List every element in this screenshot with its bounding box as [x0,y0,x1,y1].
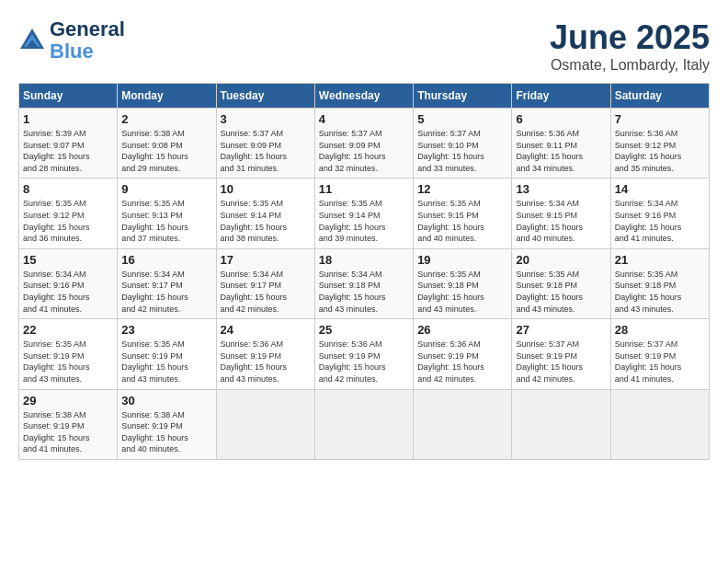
day-info: Sunrise: 5:38 AMSunset: 9:19 PMDaylight:… [121,409,211,455]
table-row: 14Sunrise: 5:34 AMSunset: 9:16 PMDayligh… [610,178,709,248]
calendar-title: June 2025 [550,18,710,57]
day-number: 14 [615,182,705,196]
day-info: Sunrise: 5:36 AMSunset: 9:19 PMDaylight:… [417,339,507,385]
header-friday: Friday [512,84,610,109]
day-info: Sunrise: 5:37 AMSunset: 9:19 PMDaylight:… [516,339,606,385]
table-row [314,389,413,459]
day-number: 30 [121,394,211,408]
day-number: 15 [23,253,113,267]
table-row: 24Sunrise: 5:36 AMSunset: 9:19 PMDayligh… [216,319,314,389]
calendar-week-row: 15Sunrise: 5:34 AMSunset: 9:16 PMDayligh… [19,248,710,318]
table-row: 27Sunrise: 5:37 AMSunset: 9:19 PMDayligh… [512,319,610,389]
title-area: June 2025 Osmate, Lombardy, Italy [550,18,710,74]
day-info: Sunrise: 5:36 AMSunset: 9:12 PMDaylight:… [615,128,705,174]
header-thursday: Thursday [414,84,512,109]
day-info: Sunrise: 5:38 AMSunset: 9:19 PMDaylight:… [23,409,113,455]
table-row: 11Sunrise: 5:35 AMSunset: 9:14 PMDayligh… [314,178,413,248]
day-info: Sunrise: 5:35 AMSunset: 9:12 PMDaylight:… [23,198,113,244]
logo-text: GeneralBlue [50,18,125,63]
day-number: 7 [615,112,705,126]
logo-icon [18,27,46,54]
table-row: 7Sunrise: 5:36 AMSunset: 9:12 PMDaylight… [610,109,709,178]
calendar-week-row: 1Sunrise: 5:39 AMSunset: 9:07 PMDaylight… [19,109,710,178]
table-row: 28Sunrise: 5:37 AMSunset: 9:19 PMDayligh… [610,319,709,389]
day-number: 18 [319,253,409,267]
day-info: Sunrise: 5:35 AMSunset: 9:13 PMDaylight:… [121,198,211,244]
day-number: 29 [23,394,113,408]
calendar-week-row: 29Sunrise: 5:38 AMSunset: 9:19 PMDayligh… [19,389,710,459]
day-number: 25 [319,323,409,337]
day-number: 23 [121,323,211,337]
table-row: 15Sunrise: 5:34 AMSunset: 9:16 PMDayligh… [19,248,118,318]
table-row: 4Sunrise: 5:37 AMSunset: 9:09 PMDaylight… [314,109,413,178]
day-number: 9 [121,182,211,196]
day-info: Sunrise: 5:36 AMSunset: 9:11 PMDaylight:… [516,128,606,174]
calendar-subtitle: Osmate, Lombardy, Italy [550,57,710,74]
table-row: 21Sunrise: 5:35 AMSunset: 9:18 PMDayligh… [610,248,709,318]
day-number: 17 [221,253,311,267]
table-row: 8Sunrise: 5:35 AMSunset: 9:12 PMDaylight… [19,178,118,248]
day-number: 27 [516,323,606,337]
day-info: Sunrise: 5:35 AMSunset: 9:18 PMDaylight:… [615,269,705,315]
table-row: 22Sunrise: 5:35 AMSunset: 9:19 PMDayligh… [19,319,118,389]
day-info: Sunrise: 5:37 AMSunset: 9:09 PMDaylight:… [319,128,409,174]
table-row [610,389,709,459]
day-number: 28 [615,323,705,337]
header-monday: Monday [118,84,216,109]
day-info: Sunrise: 5:35 AMSunset: 9:14 PMDaylight:… [221,198,311,244]
day-info: Sunrise: 5:38 AMSunset: 9:08 PMDaylight:… [121,128,211,174]
day-info: Sunrise: 5:34 AMSunset: 9:17 PMDaylight:… [121,269,211,315]
day-number: 20 [516,253,606,267]
day-info: Sunrise: 5:37 AMSunset: 9:10 PMDaylight:… [417,128,507,174]
day-info: Sunrise: 5:34 AMSunset: 9:17 PMDaylight:… [221,269,311,315]
day-info: Sunrise: 5:35 AMSunset: 9:19 PMDaylight:… [23,339,113,385]
table-row: 18Sunrise: 5:34 AMSunset: 9:18 PMDayligh… [314,248,413,318]
day-number: 4 [319,112,409,126]
day-number: 12 [417,182,507,196]
day-number: 8 [23,182,113,196]
day-number: 11 [319,182,409,196]
table-row: 17Sunrise: 5:34 AMSunset: 9:17 PMDayligh… [216,248,314,318]
day-number: 24 [221,323,311,337]
day-number: 13 [516,182,606,196]
day-number: 6 [516,112,606,126]
table-row: 13Sunrise: 5:34 AMSunset: 9:15 PMDayligh… [512,178,610,248]
day-info: Sunrise: 5:35 AMSunset: 9:19 PMDaylight:… [121,339,211,385]
day-info: Sunrise: 5:35 AMSunset: 9:18 PMDaylight:… [516,269,606,315]
table-row: 30Sunrise: 5:38 AMSunset: 9:19 PMDayligh… [118,389,216,459]
table-row: 16Sunrise: 5:34 AMSunset: 9:17 PMDayligh… [118,248,216,318]
day-number: 26 [417,323,507,337]
table-row: 2Sunrise: 5:38 AMSunset: 9:08 PMDaylight… [118,109,216,178]
day-number: 19 [417,253,507,267]
table-row: 3Sunrise: 5:37 AMSunset: 9:09 PMDaylight… [216,109,314,178]
header-saturday: Saturday [610,84,709,109]
logo: GeneralBlue [18,18,125,63]
weekday-header-row: Sunday Monday Tuesday Wednesday Thursday… [19,84,710,109]
day-number: 10 [221,182,311,196]
day-number: 3 [221,112,311,126]
day-number: 5 [417,112,507,126]
day-info: Sunrise: 5:34 AMSunset: 9:18 PMDaylight:… [319,269,409,315]
day-number: 16 [121,253,211,267]
day-info: Sunrise: 5:34 AMSunset: 9:16 PMDaylight:… [615,198,705,244]
table-row: 5Sunrise: 5:37 AMSunset: 9:10 PMDaylight… [414,109,512,178]
table-row: 6Sunrise: 5:36 AMSunset: 9:11 PMDaylight… [512,109,610,178]
table-row: 1Sunrise: 5:39 AMSunset: 9:07 PMDaylight… [19,109,118,178]
table-row: 20Sunrise: 5:35 AMSunset: 9:18 PMDayligh… [512,248,610,318]
header: GeneralBlue June 2025 Osmate, Lombardy, … [18,18,710,74]
day-info: Sunrise: 5:35 AMSunset: 9:18 PMDaylight:… [417,269,507,315]
calendar-week-row: 22Sunrise: 5:35 AMSunset: 9:19 PMDayligh… [19,319,710,389]
day-info: Sunrise: 5:37 AMSunset: 9:09 PMDaylight:… [221,128,311,174]
table-row [414,389,512,459]
day-info: Sunrise: 5:35 AMSunset: 9:14 PMDaylight:… [319,198,409,244]
table-row: 29Sunrise: 5:38 AMSunset: 9:19 PMDayligh… [19,389,118,459]
table-row: 23Sunrise: 5:35 AMSunset: 9:19 PMDayligh… [118,319,216,389]
header-tuesday: Tuesday [216,84,314,109]
calendar-week-row: 8Sunrise: 5:35 AMSunset: 9:12 PMDaylight… [19,178,710,248]
table-row: 12Sunrise: 5:35 AMSunset: 9:15 PMDayligh… [414,178,512,248]
day-number: 2 [121,112,211,126]
day-number: 22 [23,323,113,337]
header-wednesday: Wednesday [314,84,413,109]
day-info: Sunrise: 5:34 AMSunset: 9:15 PMDaylight:… [516,198,606,244]
day-number: 1 [23,112,113,126]
